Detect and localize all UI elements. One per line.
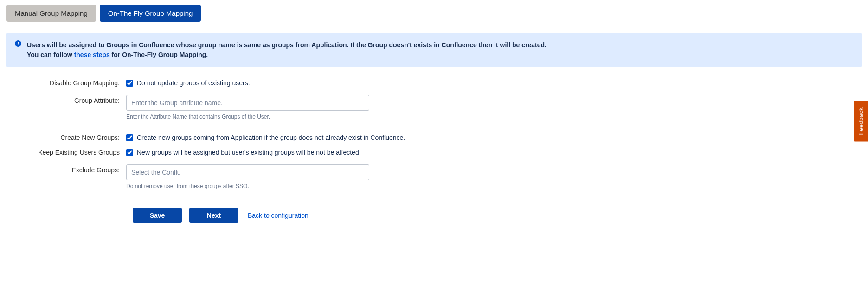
info-line2-suffix: for On-The-Fly Group Mapping. (110, 51, 208, 58)
next-button[interactable]: Next (189, 208, 238, 223)
save-button[interactable]: Save (133, 208, 182, 223)
info-icon: i (15, 40, 21, 47)
help-group-attribute: Enter the Attribute Name that contains G… (126, 114, 862, 120)
info-steps-link[interactable]: these steps (74, 51, 110, 58)
back-to-configuration-link[interactable]: Back to configuration (248, 212, 309, 219)
feedback-tab[interactable]: Feedback (854, 101, 868, 142)
help-exclude-groups: Do not remove user from these groups aft… (126, 183, 862, 189)
info-line1: Users will be assigned to Groups in Conf… (27, 41, 547, 49)
tabs-container: Manual Group Mapping On-The Fly Group Ma… (6, 5, 862, 22)
label-exclude-groups: Exclude Groups: (6, 164, 126, 174)
tab-manual-group-mapping[interactable]: Manual Group Mapping (6, 5, 96, 22)
input-group-attribute[interactable] (126, 95, 369, 111)
info-banner: i Users will be assigned to Groups in Co… (6, 33, 862, 67)
group-mapping-form: Disable Group Mapping: Do not update gro… (6, 76, 862, 223)
tab-on-the-fly-group-mapping[interactable]: On-The Fly Group Mapping (100, 5, 201, 22)
checkbox-disable-label: Do not update groups of existing users. (137, 79, 250, 87)
actions-row: Save Next Back to configuration (126, 208, 862, 223)
label-keep-existing: Keep Existing Users Groups (6, 146, 126, 156)
checkbox-keep-label: New groups will be assigned but user's e… (137, 149, 361, 156)
label-create-new-groups: Create New Groups: (6, 131, 126, 141)
checkbox-disable-group-mapping[interactable] (126, 80, 133, 87)
checkbox-create-new-groups[interactable] (126, 134, 133, 141)
checkbox-keep-existing[interactable] (126, 149, 133, 156)
checkbox-create-label: Create new groups coming from Applicatio… (137, 134, 405, 141)
label-disable-group-mapping: Disable Group Mapping: (6, 76, 126, 87)
input-exclude-groups[interactable] (126, 164, 369, 180)
info-line2-prefix: You can follow (27, 51, 74, 58)
label-group-attribute: Group Attribute: (6, 94, 126, 104)
